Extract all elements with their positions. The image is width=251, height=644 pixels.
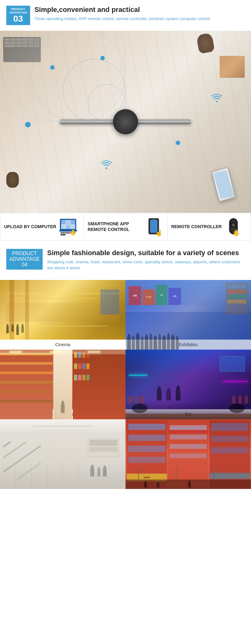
computer-label: UPLOAD BY COMPUTER bbox=[4, 224, 56, 229]
advantage-03-title: Simple,convenient and practical bbox=[35, 6, 210, 14]
advantage-04-text: Simple fashionable design, suitable for … bbox=[47, 249, 245, 271]
advantage-04-title: Simple fashionable design, suitable for … bbox=[47, 249, 245, 257]
advantage-03-badge: PRODUCTADVANTAGE 03 bbox=[6, 6, 30, 25]
advantage-03-description: Three operating modes: APP remote contro… bbox=[35, 16, 210, 22]
advantage-03-section: PRODUCTADVANTAGE 03 Simple,convenient an… bbox=[0, 0, 251, 31]
mall-image bbox=[0, 419, 125, 479]
badge-04-number: 04 bbox=[9, 262, 40, 268]
control-method-smartphone: SMARTPHONE APP REMOTE CONTROL ☝️ bbox=[84, 213, 167, 240]
hero-image bbox=[0, 31, 251, 213]
smartphone-icon-box: ☝️ bbox=[146, 218, 163, 235]
badge-top-text: PRODUCTADVANTAGE bbox=[9, 8, 27, 14]
advantage-04-section: PRODUCTADVANTAGE 04 Simple fashionable d… bbox=[0, 243, 251, 277]
scenes-grid: Cinema AR FÜR art AR bbox=[0, 280, 251, 489]
advantage-04-badge: PRODUCTADVANTAGE 04 bbox=[6, 249, 43, 270]
badge-number: 03 bbox=[9, 14, 27, 23]
bar-image bbox=[125, 350, 251, 409]
control-method-computer: UPLOAD BY COMPUTER bbox=[0, 213, 84, 240]
advantage-04-description: Shopping mall, cinema, hotel, restaurant… bbox=[47, 259, 245, 271]
control-methods-bar: UPLOAD BY COMPUTER bbox=[0, 213, 251, 241]
scene-exhibition: AR FÜR art AR bbox=[125, 280, 251, 350]
svg-point-0 bbox=[106, 167, 107, 169]
pinecone-decoration bbox=[196, 33, 215, 54]
device-hub bbox=[113, 109, 138, 134]
smartphone-label: SMARTPHONE APP REMOTE CONTROL bbox=[88, 221, 143, 232]
blue-dot-4 bbox=[176, 141, 180, 145]
pinecone-2-decoration bbox=[6, 172, 19, 188]
cinema-image bbox=[0, 280, 125, 340]
blue-dot-2 bbox=[100, 56, 105, 60]
scene-mall: Shopping mall bbox=[0, 419, 125, 489]
control-method-remote: REMOTE CONTROLLER ✋ bbox=[168, 213, 251, 240]
remote-label: REMOTE CONTROLLER bbox=[171, 224, 222, 229]
scene-cinema: Cinema bbox=[0, 280, 125, 350]
supermarket-image bbox=[0, 350, 125, 409]
phone-decoration bbox=[211, 167, 236, 202]
scene-bar: Bar bbox=[125, 350, 251, 419]
exhibition-image: AR FÜR art AR bbox=[125, 280, 251, 340]
svg-point-1 bbox=[216, 101, 218, 102]
advantage-03-text: Simple,convenient and practical Three op… bbox=[35, 6, 210, 22]
wifi-icon-1 bbox=[100, 160, 112, 172]
wifi-icon-2 bbox=[211, 94, 223, 105]
shop-image: SHOP bbox=[125, 419, 251, 479]
wooden-box bbox=[220, 56, 245, 78]
badge-04-top-text: PRODUCTADVANTAGE bbox=[9, 251, 40, 262]
computer-icon-box: 🤚 bbox=[59, 218, 77, 235]
remote-icon-box: ✋ bbox=[225, 218, 242, 235]
scene-supermarket: Supermarket bbox=[0, 350, 125, 419]
scene-shop: SHOP bbox=[125, 419, 251, 489]
keyboard-decoration bbox=[3, 37, 41, 62]
wood-background bbox=[0, 31, 251, 213]
blue-dot-3 bbox=[25, 122, 31, 127]
cinema-label: Cinema bbox=[0, 340, 125, 350]
blue-dot-1 bbox=[50, 65, 55, 70]
